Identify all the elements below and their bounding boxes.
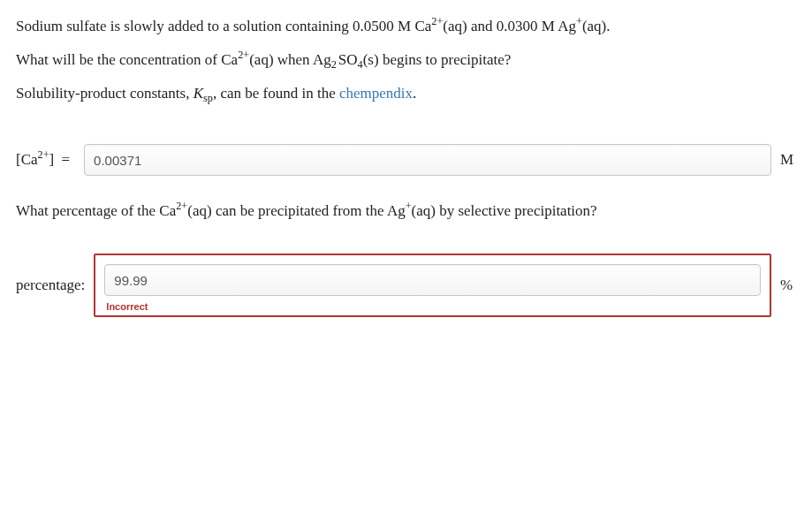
ksp-sub: sp [203,92,213,104]
text: SO [338,51,358,68]
text: (s) begins to precipitate? [363,51,512,68]
text: Sodium sulfate is slowly added to a solu… [16,18,431,34]
superscript: 2+ [238,49,249,61]
superscript: 2+ [431,15,443,27]
equals-sign: = [62,151,71,168]
ca-concentration-input[interactable]: 0.00371 [84,144,771,176]
superscript: 2+ [38,149,49,162]
text: What percentage of the Ca [16,202,176,219]
answer-row-2: percentage: 99.99 Incorrect % [16,254,798,317]
question-line-1: Sodium sulfate is slowly added to a solu… [16,16,798,37]
text: [Ca [16,151,38,168]
text: , can be found in the [213,85,339,102]
unit-molar: M [780,151,798,169]
chempendix-link[interactable]: chempendix [339,85,413,102]
text: (aq) and 0.0300 M Ag [443,18,576,34]
percentage-label: percentage: [16,276,85,294]
percentage-input[interactable]: 99.99 [104,264,761,296]
text: (aq). [582,18,611,34]
text: . [413,85,416,102]
superscript: 2+ [176,201,187,213]
input-value: 99.99 [114,273,148,288]
text: (aq) by selective precipitation? [412,202,597,219]
subscript: 2 [331,58,337,71]
unit-percent: % [780,276,798,294]
question-line-3: Solubility-product constants, Ksp, can b… [16,83,798,104]
input-value: 0.00371 [94,153,141,168]
question2-line: What percentage of the Ca2+(aq) can be p… [16,201,798,222]
superscript: + [406,201,412,213]
question-container: Sodium sulfate is slowly added to a solu… [0,0,812,377]
question-line-2: What will be the concentration of Ca2+(a… [16,49,798,71]
superscript: + [576,15,582,27]
text: Solubility-product constants, [16,85,194,102]
incorrect-answer-box: 99.99 Incorrect [94,254,771,317]
ca-label: [Ca2+] = [16,151,75,169]
ksp-k: K [194,85,203,102]
text: What will be the concentration of Ca [16,51,238,68]
text: (aq) can be precipitated from the Ag [187,202,405,219]
feedback-incorrect: Incorrect [106,301,148,312]
answer-row-1: [Ca2+] = 0.00371 M [16,144,798,176]
text: ] [49,151,55,168]
text: (aq) when Ag [249,51,331,68]
